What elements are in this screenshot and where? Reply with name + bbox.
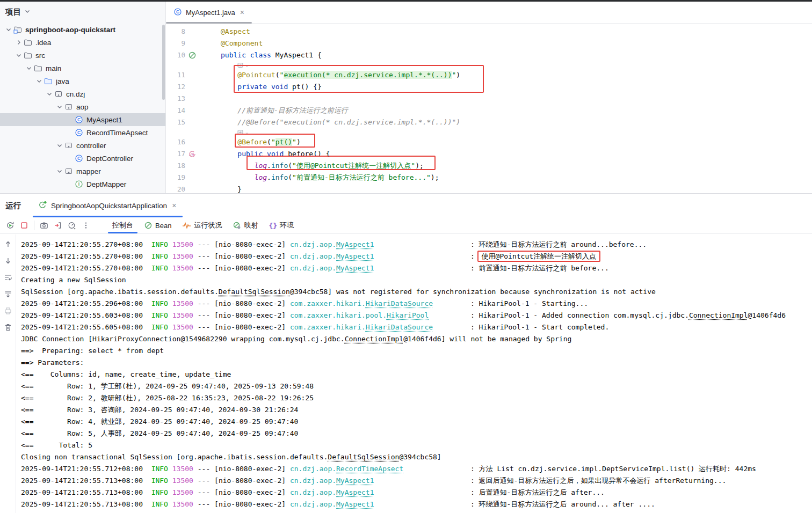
thread-dump-button[interactable]: [51, 219, 65, 232]
soft-wrap-button[interactable]: [3, 272, 13, 283]
console-line: ==> Preparing: select * from dept: [21, 345, 812, 357]
logger-link[interactable]: MyAspect1: [336, 252, 374, 260]
folder-icon: [23, 38, 33, 47]
log-thread: [nio-8080-exec-2]: [214, 252, 290, 260]
chevron-down-icon[interactable]: [55, 104, 63, 110]
clear-button[interactable]: [3, 322, 13, 333]
chevron-down-icon[interactable]: [55, 142, 63, 149]
advice-icon[interactable]: m: [185, 148, 199, 160]
chevron-down-icon[interactable]: [45, 91, 53, 97]
chevron-down-icon[interactable]: [15, 52, 23, 58]
rerun-button[interactable]: [3, 219, 17, 232]
project-scrollbar[interactable]: [162, 25, 165, 100]
scroll-to-end-button[interactable]: [3, 289, 13, 299]
spring-run-icon: [38, 201, 47, 211]
code-line-15: 15 //@Before("execution(* cn.dzj.service…: [166, 116, 812, 128]
tree-item-recordtimeapsect[interactable]: CRecordTimeApsect: [0, 126, 165, 139]
logger-link[interactable]: HikariPool: [387, 311, 429, 319]
code-line-10: 10public class MyAspect1 {: [166, 49, 812, 61]
console-line: <== Row: 1, 学工部(杜), 2024-09-25 09:47:40,…: [21, 380, 812, 392]
view-tab-控制台[interactable]: 控制台: [107, 217, 139, 233]
gauge-button[interactable]: [65, 219, 79, 232]
code-text: @Aspect: [221, 26, 250, 38]
view-tab-bean[interactable]: Bean: [139, 217, 177, 233]
tree-item-src[interactable]: src: [0, 49, 165, 62]
logger-link[interactable]: MyAspect1: [336, 488, 374, 496]
code-line-12: 12 private void pt() {}: [166, 81, 812, 93]
log-pid: 13500: [172, 488, 193, 496]
console-line: 2025-09-14T21:20:55.712+08:00 INFO 13500…: [21, 463, 812, 475]
tree-item-label: cn.dzj: [64, 90, 85, 98]
tree-item-myaspect1[interactable]: CMyAspect1: [0, 113, 165, 126]
chevron-down-icon[interactable]: [25, 65, 33, 71]
chevron-right-icon[interactable]: [15, 39, 23, 46]
tree-item-.idea[interactable]: .idea: [0, 36, 165, 49]
view-tab-label: 控制台: [112, 221, 133, 230]
code-text: @Before("pt()"): [221, 136, 301, 148]
inlay-hint[interactable]: ⌄: [166, 61, 812, 69]
line-number: 19: [166, 172, 185, 184]
svg-text:C: C: [77, 130, 81, 135]
tree-item-deptcontroller[interactable]: CDeptController: [0, 152, 165, 165]
tree-item-cn.dzj[interactable]: cn.dzj: [0, 87, 165, 100]
more-button[interactable]: [79, 219, 93, 232]
logger-link[interactable]: MyAspect1: [336, 264, 374, 272]
project-panel-header[interactable]: 项目: [0, 2, 165, 22]
logger-link[interactable]: MyAspect1: [336, 477, 374, 485]
logger-link[interactable]: HikariDataSource: [366, 299, 433, 307]
close-icon[interactable]: ×: [171, 202, 177, 209]
run-config-tab[interactable]: SpringbootAopQuickstartApplication ×: [33, 194, 183, 217]
console-output[interactable]: 2025-09-14T21:20:55.270+08:00 INFO 13500…: [17, 234, 812, 513]
tree-item-aop[interactable]: aop: [0, 100, 165, 113]
code-editor[interactable]: 8@Aspect9@Component10public class MyAspe…: [166, 24, 812, 195]
logger-link[interactable]: MyAspect1: [336, 240, 374, 248]
code-text: //前置通知-目标方法运行之前运行: [221, 105, 348, 116]
tree-item-controller[interactable]: controller: [0, 139, 165, 152]
editor-tab-label: MyAspect1.java: [186, 9, 235, 17]
gutter-spacer: [185, 26, 199, 38]
code-line-18: 18 log.info("使用@Pointcut注解统一注解切入点");: [166, 160, 812, 172]
bean-icon[interactable]: [185, 49, 199, 61]
tree-item-mapper[interactable]: mapper: [0, 165, 165, 178]
log-pid: 13500: [172, 465, 193, 473]
inlay-hint[interactable]: ⌄: [166, 128, 812, 136]
chevron-down-icon[interactable]: [4, 26, 12, 33]
log-timestamp: 2025-09-14T21:20:55.713+08:00: [21, 488, 143, 496]
camera-button[interactable]: [37, 219, 51, 232]
chevron-down-icon: ⌄: [245, 61, 248, 69]
log-thread: [nio-8080-exec-2]: [214, 477, 290, 485]
log-message: 方法 List cn.dzj.service.impl.DeptServiceI…: [479, 465, 756, 473]
tree-item-main[interactable]: main: [0, 62, 165, 75]
chevron-down-icon[interactable]: [55, 168, 63, 174]
code-line-9: 9@Component: [166, 38, 812, 49]
line-number: 9: [166, 38, 185, 49]
logger-link[interactable]: MyAspect1: [336, 500, 374, 508]
chevron-down-icon[interactable]: [35, 78, 43, 84]
printer-button[interactable]: [3, 305, 13, 316]
view-tab-运行状况[interactable]: 运行状况: [177, 217, 227, 233]
project-tree: springboot-aop-quickstart.ideasrcmainjav…: [0, 22, 165, 190]
stop-button[interactable]: [17, 219, 31, 232]
tree-item-springboot-aop-quickstart[interactable]: springboot-aop-quickstart: [0, 23, 165, 36]
close-icon[interactable]: ×: [239, 9, 245, 16]
printer-icon: [4, 306, 12, 315]
console-link[interactable]: DefaultSqlSession: [328, 453, 399, 461]
logger-link[interactable]: RecordTimeApsect: [336, 465, 403, 473]
console-link[interactable]: ConnectionImpl: [345, 335, 404, 343]
tree-item-deptmapper[interactable]: IDeptMapper: [0, 178, 165, 190]
log-level: INFO: [151, 500, 168, 508]
console-line: <== Row: 4, 就业部, 2024-09-25 09:47:40, 20…: [21, 416, 812, 428]
log-message: 后置通知-目标方法运行之后 after...: [479, 488, 605, 496]
arrow-up-button[interactable]: [3, 239, 13, 250]
log-thread: [nio-8080-exec-2]: [214, 240, 290, 248]
console-link[interactable]: DefaultSqlSession: [219, 288, 290, 296]
log-timestamp: 2025-09-14T21:20:55.270+08:00: [21, 264, 143, 272]
console-link[interactable]: ConnectionImpl: [689, 311, 748, 319]
tree-item-java[interactable]: java: [0, 75, 165, 87]
view-tab-环境[interactable]: {}环境: [263, 217, 299, 233]
arrow-down-button[interactable]: [3, 255, 13, 266]
editor-tab-myaspect1[interactable]: C MyAspect1.java ×: [166, 2, 252, 23]
logger-link[interactable]: HikariDataSource: [366, 323, 433, 331]
mapping-icon: [233, 221, 241, 230]
view-tab-映射[interactable]: 映射: [227, 217, 263, 233]
